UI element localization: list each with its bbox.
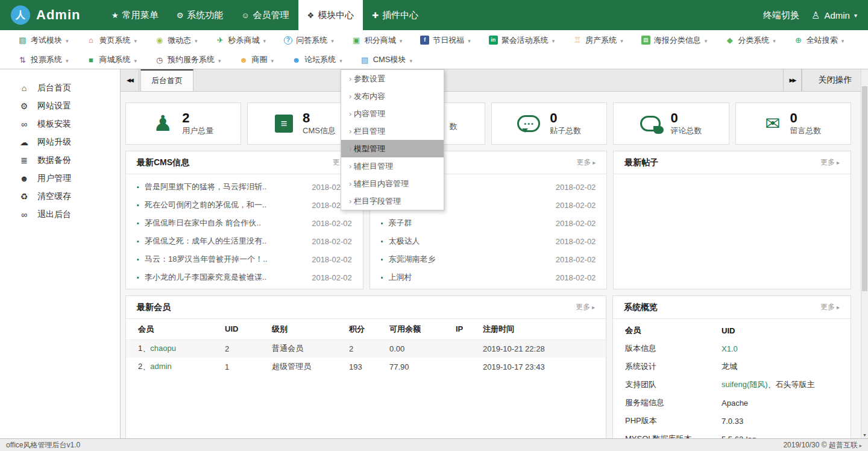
- list-item-title[interactable]: 马云：18罗汉当年曾被开掉一个！..: [137, 254, 312, 265]
- list-item-title[interactable]: 太极达人: [381, 236, 556, 247]
- more-link[interactable]: 更多: [577, 157, 596, 168]
- system-overview-panel: 系统概览 更多 会员 UID 版本信息 X1.0 系统设计 龙城 支持团队 su…: [612, 295, 851, 438]
- stat-card-users: ♟ 2 用户总量: [125, 102, 241, 145]
- module-nav-item[interactable]: ■ 商城系统: [87, 54, 137, 65]
- scrollbar-thumb[interactable]: [862, 86, 867, 291]
- dropdown-item[interactable]: 内容管理: [341, 105, 444, 122]
- footer-copyright-link[interactable]: 2019/10/30 © 超普互联: [783, 440, 862, 450]
- system-info-link[interactable]: suifeng(随风): [722, 380, 768, 389]
- top-header: 人 Admin ★ 常用菜单 ⚙ 系统功能 ☺ 会员管理 ❖ 模块中心 ✚ 插件…: [0, 0, 868, 30]
- list-item-title[interactable]: 上洞村: [381, 272, 556, 283]
- module-nav-item[interactable]: ▤ 考试模块: [18, 35, 69, 46]
- module-nav-item[interactable]: ◉ 微动态: [155, 35, 198, 46]
- tab-admin-home[interactable]: 后台首页: [140, 69, 193, 91]
- close-operations-button[interactable]: 关闭操作: [802, 69, 868, 91]
- list-item[interactable]: 东莞湖南老乡 2018-02-02: [381, 250, 596, 268]
- module-nav-label: 黄页系统: [99, 35, 131, 46]
- header-menu-item[interactable]: ❖ 模块中心: [298, 0, 363, 30]
- dropdown-item[interactable]: 栏目管理: [341, 122, 444, 140]
- module-nav-item[interactable]: ▨ 海报分类信息: [641, 35, 708, 46]
- module-nav-item[interactable]: ▣ 积分商城: [352, 35, 403, 46]
- user-name: Admin: [824, 10, 850, 20]
- tabs-scroll-right-button[interactable]: ▶▶: [783, 69, 802, 91]
- list-item[interactable]: 太极达人 2018-02-02: [381, 232, 596, 250]
- sidebar-item[interactable]: ⌂ 后台首页: [0, 79, 120, 97]
- dropdown-item[interactable]: 辅栏目内容管理: [341, 175, 444, 192]
- member-link[interactable]: admin: [150, 362, 171, 371]
- member-link[interactable]: chaopu: [150, 344, 176, 353]
- table-row[interactable]: 1、chaopu 2 普通会员 2 0.00 2019-10-21 22:28: [126, 339, 606, 358]
- sidebar-item[interactable]: ∞ 退出后台: [0, 206, 120, 224]
- list-item-title[interactable]: 茅侃侃昨日在家中自杀 前合作伙..: [137, 218, 312, 229]
- module-nav-item[interactable]: in 聚会活动系统: [489, 35, 555, 46]
- dropdown-item[interactable]: 模型管理: [341, 140, 444, 157]
- header-menu-item[interactable]: ★ 常用菜单: [102, 0, 168, 30]
- module-nav-item[interactable]: ▤ CMS模块: [360, 54, 412, 65]
- sidebar-item-icon: ⌂: [19, 83, 30, 93]
- user-icon: ♙: [811, 10, 820, 21]
- sidebar-item[interactable]: ☻ 用户管理: [0, 169, 120, 188]
- module-nav-label: 问答系统: [296, 35, 327, 46]
- module-nav-label: 投票系统: [31, 54, 62, 65]
- header-menu-item[interactable]: ⚙ 系统功能: [168, 0, 233, 30]
- dropdown-item[interactable]: 参数设置: [341, 70, 444, 87]
- more-link[interactable]: 更多: [576, 302, 595, 312]
- module-icon: ⊕: [794, 36, 803, 45]
- terminal-switch-link[interactable]: 终端切换: [763, 10, 799, 21]
- list-item[interactable]: 曾是阿里旗下的猛将，马云挥泪斩.. 2018-02-02: [137, 178, 352, 196]
- list-item-title[interactable]: 死在公司倒闭之前的茅侃侃，和一..: [137, 200, 312, 210]
- header-menu-item[interactable]: ☺ 会员管理: [232, 0, 298, 30]
- module-nav-item[interactable]: ⊕ 全站搜索: [794, 35, 844, 46]
- module-nav-item[interactable]: ✈ 秒杀商城: [216, 35, 266, 46]
- more-link[interactable]: 更多: [820, 302, 840, 312]
- module-nav-item[interactable]: ♖ 房产系统: [573, 35, 623, 46]
- user-menu[interactable]: ♙ Admin ▾: [811, 10, 857, 21]
- stats-row: ♟ 2 用户总量 ≡ 8 CMS信息 数 0 贴子总数 0 评论总数 ✉ 0 留…: [125, 102, 851, 145]
- tabs-scroll-left-button[interactable]: ◀◀: [121, 69, 139, 91]
- header-menu-item[interactable]: ✚ 插件中心: [363, 0, 427, 30]
- chevron-down-icon: [400, 36, 403, 45]
- sidebar-item[interactable]: ♻ 清空缓存: [0, 188, 120, 206]
- list-item[interactable]: 茅侃侃之死：成年人的生活里没有.. 2018-02-02: [137, 232, 352, 250]
- list-item-title[interactable]: 李小龙的儿子李国豪究竟是被谁谋..: [137, 272, 312, 283]
- list-item-title[interactable]: 茅侃侃之死：成年人的生活里没有..: [137, 236, 312, 247]
- module-nav-label: CMS模块: [373, 54, 406, 65]
- system-info-row: MYSQL数据库版本 5.5.62-log: [613, 430, 851, 438]
- module-nav-label: 预约服务系统: [168, 54, 215, 65]
- dropdown-item[interactable]: 栏目字段管理: [341, 192, 444, 210]
- module-nav-item[interactable]: ◆ 分类系统: [725, 35, 776, 46]
- sidebar-item[interactable]: ≣ 数据备份: [0, 151, 120, 169]
- dropdown-item[interactable]: 发布内容: [341, 87, 444, 105]
- sidebar-item[interactable]: ⚙ 网站设置: [0, 97, 120, 115]
- module-nav-item[interactable]: ? 问答系统: [284, 35, 334, 46]
- more-link[interactable]: 更多: [820, 157, 840, 168]
- tab-strip-filler: [193, 69, 783, 91]
- table-row[interactable]: 2、admin 1 超级管理员 193 77.90 2019-10-17 23:…: [126, 358, 606, 376]
- list-item[interactable]: 李小龙的儿子李国豪究竟是被谁谋.. 2018-02-02: [137, 268, 352, 286]
- module-icon: ?: [284, 36, 292, 45]
- scrollbar-down-arrow-icon[interactable]: ▼: [861, 433, 868, 437]
- list-item[interactable]: 死在公司倒闭之前的茅侃侃，和一.. 2018-02-02: [137, 196, 352, 214]
- list-item[interactable]: 马云：18罗汉当年曾被开掉一个！.. 2018-02-02: [137, 250, 352, 268]
- dropdown-item[interactable]: 辅栏目管理: [341, 157, 444, 175]
- list-item[interactable]: 亲子群 2018-02-02: [381, 214, 596, 232]
- list-item-date: 2018-02-02: [312, 273, 352, 282]
- sidebar-item[interactable]: ☁ 网站升级: [0, 133, 120, 151]
- sidebar-item[interactable]: ∞ 模板安装: [0, 115, 120, 133]
- member-points: 193: [349, 358, 389, 376]
- module-nav-item[interactable]: ☻ 商圈: [239, 54, 274, 65]
- list-item[interactable]: 茅侃侃昨日在家中自杀 前合作伙.. 2018-02-02: [137, 214, 352, 232]
- module-nav-item[interactable]: f 节日祝福: [420, 35, 471, 46]
- vertical-scrollbar[interactable]: ▼: [861, 69, 868, 438]
- module-nav-item[interactable]: ☻ 论坛系统: [292, 54, 342, 65]
- list-item-title[interactable]: 东莞湖南老乡: [381, 254, 556, 265]
- module-nav-item[interactable]: ⇅ 投票系统: [18, 54, 69, 65]
- module-nav-item[interactable]: ◷ 预约服务系统: [155, 54, 221, 65]
- chevron-down-icon: [331, 36, 334, 45]
- list-item-title[interactable]: 亲子群: [381, 218, 556, 229]
- list-item-title[interactable]: 曾是阿里旗下的猛将，马云挥泪斩..: [137, 181, 312, 192]
- system-info-link[interactable]: X1.0: [722, 344, 738, 353]
- module-nav-item[interactable]: ⌂ 黄页系统: [87, 35, 137, 46]
- list-item[interactable]: 上洞村 2018-02-02: [381, 268, 596, 286]
- system-info-row: 版本信息 X1.0: [613, 339, 851, 358]
